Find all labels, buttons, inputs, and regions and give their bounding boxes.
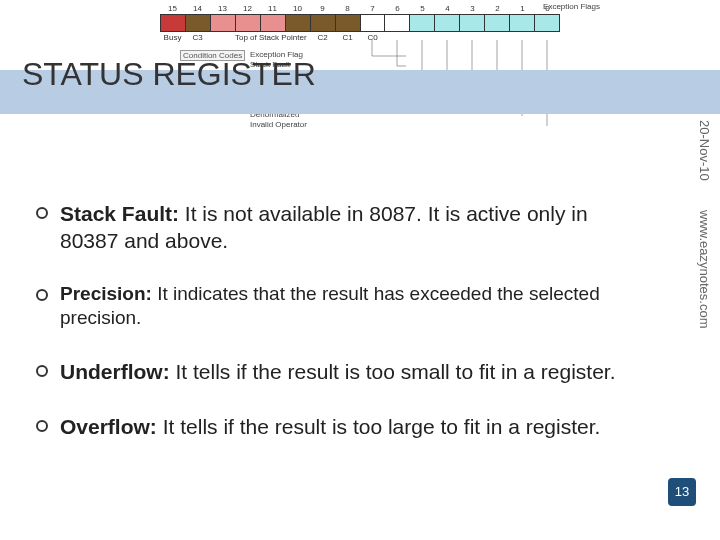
bit-label xyxy=(285,32,310,46)
bit-cell xyxy=(410,15,435,31)
bit-labels: Busy C3 Top of Stack Pointer C2 C1 C0 xyxy=(160,32,560,46)
bit-num: 5 xyxy=(410,4,435,14)
bit-cell xyxy=(186,15,211,31)
bullet-icon xyxy=(36,289,48,301)
bit-label: C1 xyxy=(335,32,360,46)
bit-num: 12 xyxy=(235,4,260,14)
bit-cell xyxy=(435,15,460,31)
slide: Exception Flags 15 14 13 12 11 10 9 8 7 … xyxy=(0,0,720,540)
bit-cell xyxy=(211,15,236,31)
diagram-header-right: Exception Flags xyxy=(543,2,600,11)
bit-cell xyxy=(261,15,286,31)
bit-cell xyxy=(311,15,336,31)
bit-num: 6 xyxy=(385,4,410,14)
bit-num: 10 xyxy=(285,4,310,14)
bullet-bold: Overflow: xyxy=(60,415,157,438)
bit-num: 3 xyxy=(460,4,485,14)
bit-cell xyxy=(535,15,559,31)
bit-num: 11 xyxy=(260,4,285,14)
bit-cell xyxy=(385,15,410,31)
bullet-bold: Precision: xyxy=(60,283,152,304)
bit-num: 13 xyxy=(210,4,235,14)
bit-num: 2 xyxy=(485,4,510,14)
bit-num: 14 xyxy=(185,4,210,14)
content-list: Stack Fault: It is not available in 8087… xyxy=(30,200,630,468)
site-label: www.eazynotes.com xyxy=(697,210,712,329)
bit-cell xyxy=(510,15,535,31)
status-register-diagram: Exception Flags 15 14 13 12 11 10 9 8 7 … xyxy=(160,4,560,46)
bit-cell xyxy=(485,15,510,31)
bit-num: 7 xyxy=(360,4,385,14)
bit-cell xyxy=(286,15,311,31)
bit-cell xyxy=(361,15,386,31)
bit-cell xyxy=(460,15,485,31)
bit-num: 8 xyxy=(335,4,360,14)
bit-num: 4 xyxy=(435,4,460,14)
bit-label: Top of Stack Pointer xyxy=(235,32,285,46)
list-item: Stack Fault: It is not available in 8087… xyxy=(30,200,630,254)
bit-num: 9 xyxy=(310,4,335,14)
bit-label: C0 xyxy=(360,32,385,46)
bullet-bold: Stack Fault: xyxy=(60,202,179,225)
list-item: Overflow: It tells if the result is too … xyxy=(30,413,630,440)
bullet-bold: Underflow: xyxy=(60,360,170,383)
bullet-icon xyxy=(36,420,48,432)
bit-numbers: 15 14 13 12 11 10 9 8 7 6 5 4 3 2 1 0 xyxy=(160,4,560,14)
bit-label: C3 xyxy=(185,32,210,46)
list-item: Precision: It indicates that the result … xyxy=(30,282,630,330)
bit-cell xyxy=(336,15,361,31)
list-item: Underflow: It tells if the result is too… xyxy=(30,358,630,385)
bit-label xyxy=(210,32,235,46)
bullet-icon xyxy=(36,207,48,219)
legend-item: Invalid Operator xyxy=(250,120,307,130)
page-number: 13 xyxy=(668,478,696,506)
bit-num: 15 xyxy=(160,4,185,14)
page-title: STATUS REGISTER xyxy=(22,56,316,93)
bit-cell xyxy=(236,15,261,31)
bullet-icon xyxy=(36,365,48,377)
bit-label: C2 xyxy=(310,32,335,46)
bit-cell xyxy=(161,15,186,31)
date-label: 20-Nov-10 xyxy=(697,120,712,181)
bullet-text: It tells if the result is too small to f… xyxy=(170,360,616,383)
bit-num: 1 xyxy=(510,4,535,14)
bit-label: Busy xyxy=(160,32,185,46)
bit-row xyxy=(160,14,560,32)
bullet-text: It tells if the result is too large to f… xyxy=(157,415,601,438)
